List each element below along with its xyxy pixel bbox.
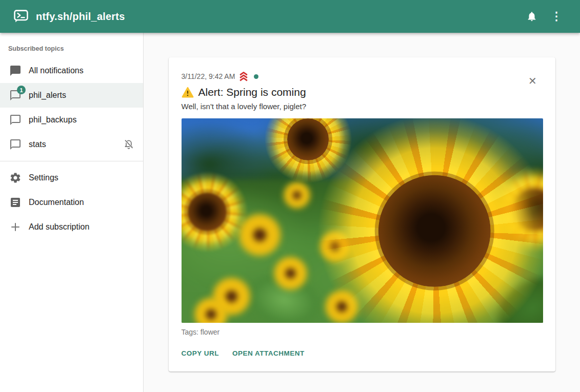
attachment-image[interactable] [182,118,543,323]
blurred-sunflower [271,254,310,293]
new-message-dot [254,74,258,79]
warning-emoji-icon [182,87,194,98]
notification-tags: Tags: flower [182,328,543,336]
notification-card: 3/11/22, 9:42 AM ✕ Alert: Spring is comi… [169,57,555,372]
chat-outline-icon [9,114,22,126]
unread-count-badge: 1 [17,86,26,94]
sidebar-item-label: Settings [29,173,135,182]
notification-actions: COPY URL OPEN ATTACHMENT [182,349,543,357]
open-attachment-button[interactable]: OPEN ATTACHMENT [232,349,305,357]
priority-max-icon [238,71,249,82]
subscribed-topics-label: Subscribed topics [0,40,143,58]
sunflower-left [182,170,250,254]
sidebar-item-settings[interactable]: Settings [0,166,143,190]
chat-filled-icon [9,65,22,77]
sidebar-item-label: All notifications [29,66,135,75]
notification-meta-row: 3/11/22, 9:42 AM [182,71,543,82]
document-icon [9,196,22,209]
terminal-logo-icon[interactable] [13,10,29,23]
sidebar-divider [0,161,143,161]
sunflower-large [313,118,543,323]
plus-icon [9,221,22,233]
app-title: ntfy.sh/phil_alerts [36,11,125,23]
bell-icon[interactable] [519,4,544,29]
sidebar-item-label: phil_alerts [29,91,135,100]
notification-title-row: Alert: Spring is coming [182,86,543,98]
app-bar: ntfy.sh/phil_alerts ⋮ [0,0,580,33]
close-icon[interactable]: ✕ [525,73,541,89]
sidebar-item-documentation[interactable]: Documentation [0,190,143,215]
sidebar-item-all-notifications[interactable]: All notifications [0,58,143,83]
sidebar-item-label: phil_backups [29,115,135,125]
sidebar-item-stats[interactable]: stats [0,132,143,157]
sidebar-item-phil-alerts[interactable]: 1 phil_alerts [0,83,143,108]
sidebar: Subscribed topics All notifications 1 ph… [0,33,144,392]
copy-url-button[interactable]: COPY URL [182,349,219,357]
chat-outline-icon: 1 [9,89,22,101]
chat-outline-icon [9,138,22,151]
sidebar-item-label: Add subscription [29,222,135,232]
sidebar-item-label: Documentation [29,198,135,207]
notification-title: Alert: Spring is coming [198,86,306,98]
main-content: 3/11/22, 9:42 AM ✕ Alert: Spring is comi… [144,33,580,392]
bell-off-icon [123,138,135,151]
sidebar-item-phil-backups[interactable]: phil_backups [0,108,143,132]
app-shell: Subscribed topics All notifications 1 ph… [0,33,580,392]
sidebar-item-label: stats [29,140,123,149]
notification-body: Well, isn't that a lovely flower, piglet… [182,102,543,111]
gear-icon [9,172,22,184]
notification-timestamp: 3/11/22, 9:42 AM [182,72,235,80]
sidebar-item-add-subscription[interactable]: Add subscription [0,215,143,239]
kebab-menu-icon[interactable]: ⋮ [544,4,569,29]
